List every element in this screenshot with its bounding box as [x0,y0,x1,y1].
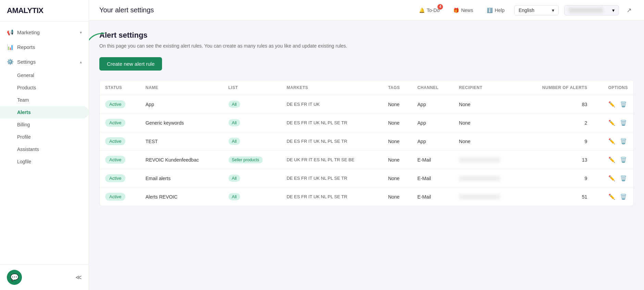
cell-recipient [454,169,521,188]
cell-markets: DE UK FR IT ES NL PL TR SE BE [281,151,383,169]
action-buttons: ✏️ 🗑️ [598,174,628,182]
list-badge: Seller products [228,156,263,163]
cell-alerts: 51 [521,188,593,206]
table-row: Active Generic keywords All DE ES FR IT … [100,114,633,132]
edit-button[interactable]: ✏️ [607,118,616,127]
sidebar-item-billing[interactable]: Billing [0,118,89,131]
table-row: Active REVOIC Kundenfeedbac Seller produ… [100,151,633,169]
sidebar-bottom: 💬 ≪ [0,264,89,290]
action-buttons: ✏️ 🗑️ [598,137,628,146]
edit-button[interactable]: ✏️ [607,155,616,164]
col-markets: MARKETS [281,80,383,95]
table: STATUS NAME LIST MARKETS TAGS CHANNEL RE… [100,80,633,206]
recipient-blurred [459,157,500,163]
user-selector[interactable]: ▾ [564,5,619,15]
cell-name: App [140,95,223,114]
cell-tags: None [383,169,412,188]
status-badge: Active [105,137,125,145]
sidebar-item-products[interactable]: Products [0,81,89,94]
cell-recipient: None [454,114,521,132]
status-badge: Active [105,100,125,108]
delete-button[interactable]: 🗑️ [619,192,628,201]
sidebar-item-profile[interactable]: Profile [0,131,89,143]
cell-list: All [223,95,281,114]
delete-button[interactable]: 🗑️ [619,137,628,146]
edit-button[interactable]: ✏️ [607,192,616,201]
sidebar-item-reports[interactable]: 📊 Reports [0,40,89,54]
col-tags: TAGS [383,80,412,95]
cell-list: Seller products [223,151,281,169]
recipient-blurred [459,176,500,181]
cell-list: All [223,132,281,151]
sidebar-item-general[interactable]: General [0,69,89,81]
table-row: Active Email alerts All DE ES FR IT UK N… [100,169,633,188]
sidebar-item-alerts[interactable]: Alerts [0,106,89,118]
delete-button[interactable]: 🗑️ [619,155,628,164]
signout-button[interactable]: ↗ [624,4,634,16]
edit-button[interactable]: ✏️ [607,174,616,182]
chat-button[interactable]: 💬 [7,270,22,285]
col-alerts: NUMBER OF ALERTS [521,80,593,95]
help-icon: ℹ️ [487,8,493,13]
table-body: Active App All DE ES FR IT UK None App N… [100,95,633,206]
status-badge: Active [105,119,125,127]
settings-icon: ⚙️ [7,59,14,65]
cell-name: REVOIC Kundenfeedbac [140,151,223,169]
page-title: Alert settings [99,31,634,40]
cell-options: ✏️ 🗑️ [593,95,633,114]
sidebar-item-logfile[interactable]: Logfile [0,155,89,168]
cell-channel: App [412,114,454,132]
sidebar-item-settings[interactable]: ⚙️ Settings ▴ [0,54,89,69]
delete-button[interactable]: 🗑️ [619,100,628,109]
cell-list: All [223,114,281,132]
alert-rules-table: STATUS NAME LIST MARKETS TAGS CHANNEL RE… [99,80,634,206]
page-description: On this page you can see the existing al… [99,42,634,50]
todo-icon: 🔔 [419,8,425,13]
cell-tags: None [383,132,412,151]
cell-tags: None [383,114,412,132]
list-badge: All [228,119,240,126]
edit-button[interactable]: ✏️ [607,100,616,109]
cell-tags: None [383,151,412,169]
cell-options: ✏️ 🗑️ [593,151,633,169]
col-list: LIST [223,80,281,95]
col-channel: CHANNEL [412,80,454,95]
col-recipient: RECIPIENT [454,80,521,95]
sidebar: AMALYTIX 📢 Marketing ▾ 📊 Reports ⚙️ Sett… [0,0,89,290]
cell-tags: None [383,188,412,206]
cell-options: ✏️ 🗑️ [593,132,633,151]
sidebar-item-team[interactable]: Team [0,94,89,106]
cell-recipient [454,188,521,206]
cell-channel: E-Mail [412,151,454,169]
cell-channel: App [412,95,454,114]
status-badge: Active [105,174,125,182]
status-badge: Active [105,156,125,164]
cell-status: Active [100,95,140,114]
create-alert-rule-button[interactable]: Create new alert rule [99,57,162,71]
list-badge: All [228,101,240,108]
todo-button[interactable]: 🔔 To-Do 4 [415,5,444,15]
action-buttons: ✏️ 🗑️ [598,118,628,127]
cell-alerts: 13 [521,151,593,169]
header-actions: 🔔 To-Do 4 🎁 News ℹ️ Help English ▾ ▾ ↗ [415,4,634,16]
logo-area: AMALYTIX [0,0,89,22]
sidebar-item-marketing[interactable]: 📢 Marketing ▾ [0,25,89,40]
user-chevron-icon: ▾ [612,8,615,13]
cell-list: All [223,188,281,206]
delete-button[interactable]: 🗑️ [619,174,628,182]
sidebar-item-assistants[interactable]: Assistants [0,143,89,155]
cell-options: ✏️ 🗑️ [593,114,633,132]
cell-status: Active [100,132,140,151]
cell-options: ✏️ 🗑️ [593,188,633,206]
news-button[interactable]: 🎁 News [449,5,477,15]
cell-recipient: None [454,95,521,114]
cell-name: Alerts REVOIC [140,188,223,206]
table-header: STATUS NAME LIST MARKETS TAGS CHANNEL RE… [100,80,633,95]
language-selector[interactable]: English ▾ [514,5,559,15]
chevron-down-icon: ▾ [80,30,82,35]
collapse-sidebar-button[interactable]: ≪ [75,274,82,281]
delete-button[interactable]: 🗑️ [619,118,628,127]
cell-name: Email alerts [140,169,223,188]
edit-button[interactable]: ✏️ [607,137,616,146]
help-button[interactable]: ℹ️ Help [483,5,509,15]
